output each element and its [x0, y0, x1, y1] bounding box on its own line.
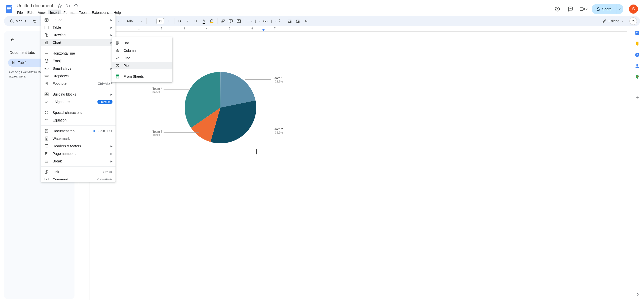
bold-icon[interactable]: B	[176, 17, 183, 25]
insert-item-link[interactable]: LinkCtrl+K	[41, 168, 116, 176]
svg-rect-90	[45, 137, 48, 140]
equation-icon: π2	[44, 118, 49, 123]
clear-format-icon[interactable]	[302, 17, 310, 25]
contacts-icon[interactable]	[635, 63, 640, 68]
history-icon[interactable]	[552, 4, 562, 14]
undo-icon[interactable]	[31, 17, 38, 25]
chart-item-bar[interactable]: Bar	[112, 39, 172, 47]
collapse-toolbar-icon[interactable]	[629, 17, 637, 25]
docs-logo[interactable]	[4, 4, 14, 14]
calendar-icon[interactable]: 31	[635, 30, 640, 35]
table-icon	[44, 25, 49, 30]
svg-point-76	[45, 68, 46, 69]
svg-point-30	[271, 22, 272, 22]
menu-edit[interactable]: Edit	[25, 10, 35, 16]
line-spacing-icon[interactable]	[254, 17, 261, 25]
meet-icon[interactable]	[579, 4, 589, 14]
font-selector[interactable]: Arial	[125, 19, 145, 23]
insert-item-watermark[interactable]: Watermark	[41, 135, 116, 142]
submenu-arrow-icon: ▶	[110, 19, 112, 21]
insert-item-special-characters[interactable]: Special characters	[41, 109, 116, 116]
svg-text:2: 2	[279, 21, 280, 22]
align-icon[interactable]	[246, 17, 253, 25]
numbered-list-icon[interactable]: 12	[278, 17, 286, 25]
insert-item-image[interactable]: Image▶	[41, 16, 116, 24]
svg-line-10	[13, 22, 14, 23]
checklist-icon[interactable]	[262, 17, 270, 25]
sheets-icon	[115, 74, 120, 79]
italic-icon[interactable]: I	[184, 17, 192, 25]
share-button[interactable]: Share	[592, 4, 616, 14]
menu-file[interactable]: File	[15, 10, 25, 16]
text-color-icon[interactable]: A	[200, 17, 208, 25]
svg-rect-2	[7, 8, 11, 9]
indent-decrease-icon[interactable]	[286, 17, 294, 25]
toolbar-search[interactable]: Menus	[7, 18, 29, 24]
insert-item-document-tab[interactable]: Document tabShift+F11	[41, 127, 116, 135]
underline-icon[interactable]: U	[192, 17, 200, 25]
break-icon	[44, 159, 49, 164]
indent-increase-icon[interactable]	[294, 17, 302, 25]
fontsize-input[interactable]: 11	[157, 18, 164, 24]
add-icon[interactable]	[635, 95, 640, 100]
insert-item-drawing[interactable]: Drawing▶	[41, 31, 116, 39]
share-caret[interactable]	[616, 4, 623, 14]
svg-rect-82	[45, 93, 46, 94]
increase-fontsize-icon[interactable]: +	[165, 17, 173, 25]
insert-item-chart[interactable]: Chart▶	[41, 39, 116, 46]
pie-label-team3: Team 310.9%	[153, 130, 162, 137]
insert-item-comment[interactable]: CommentCtrl+Alt+M	[41, 176, 116, 180]
submenu-arrow-icon: ▶	[110, 93, 112, 96]
editing-mode-button[interactable]: Editing	[599, 17, 627, 25]
back-icon[interactable]	[8, 35, 17, 44]
tasks-icon[interactable]	[635, 52, 640, 57]
insert-link-icon[interactable]	[219, 17, 226, 25]
insert-item-page-numbers[interactable]: #Page numbers▶	[41, 150, 116, 157]
svg-text:31: 31	[636, 32, 638, 34]
svg-rect-67	[46, 35, 48, 36]
maps-icon[interactable]	[635, 74, 640, 79]
chart-item-line[interactable]: Line	[112, 54, 172, 62]
insert-item-smart-chips[interactable]: Smart chips▶	[41, 65, 116, 72]
insert-item-building-blocks[interactable]: Building blocks▶	[41, 91, 116, 98]
add-comment-icon[interactable]	[227, 17, 235, 25]
insert-image-icon[interactable]	[235, 17, 243, 25]
insert-item-table[interactable]: Table▶	[41, 24, 116, 31]
account-avatar[interactable]: S	[629, 5, 638, 14]
highlight-icon[interactable]	[208, 17, 216, 25]
bulleted-list-icon[interactable]	[270, 17, 278, 25]
chart-preview: Team 121.8% Team 232.7% Team 310.9% Team…	[147, 70, 288, 153]
comments-icon[interactable]	[565, 4, 576, 14]
svg-point-29	[271, 21, 272, 21]
cloud-status-icon[interactable]	[73, 3, 79, 9]
decrease-fontsize-icon[interactable]: −	[148, 17, 156, 25]
insert-item-footnote[interactable]: 1FootnoteCtrl+Alt+F	[41, 80, 116, 87]
star-icon[interactable]	[57, 3, 63, 9]
insert-item-dropdown[interactable]: Dropdown	[41, 72, 116, 80]
insert-item-headers-footers[interactable]: Headers & footers▶	[41, 142, 116, 150]
chart-item-from-sheets[interactable]: From Sheets	[112, 73, 172, 80]
insert-item-break[interactable]: Break▶	[41, 157, 116, 165]
svg-rect-1	[7, 7, 11, 8]
chart-item-pie[interactable]: Pie	[112, 62, 172, 69]
submenu-arrow-icon: ▶	[110, 26, 112, 29]
insert-item-equation[interactable]: π2Equation	[41, 116, 116, 124]
chart-item-column[interactable]: Column	[112, 47, 172, 54]
footnote-icon: 1	[44, 81, 49, 86]
svg-rect-84	[45, 95, 48, 96]
keep-icon[interactable]	[635, 41, 640, 46]
svg-rect-107	[117, 50, 118, 52]
insert-item-horizontal-line[interactable]: Horizontal line	[41, 50, 116, 57]
collapse-side-panel-icon[interactable]	[633, 290, 641, 298]
submenu-arrow-icon: ▶	[110, 152, 112, 155]
watermark-icon	[44, 136, 49, 141]
horizontal-ruler[interactable]: 1 2 3 4 5 6 7	[81, 27, 627, 32]
pagenum-icon: #	[44, 151, 49, 156]
move-icon[interactable]	[65, 3, 71, 9]
insert-item-esignature[interactable]: eSignaturePremium	[41, 98, 116, 106]
submenu-arrow-icon: ▶	[110, 160, 112, 163]
document-title[interactable]: Untitled document	[15, 3, 55, 9]
insert-item-emoji[interactable]: Emoji	[41, 57, 116, 65]
svg-rect-83	[47, 93, 48, 94]
svg-rect-70	[47, 41, 48, 44]
